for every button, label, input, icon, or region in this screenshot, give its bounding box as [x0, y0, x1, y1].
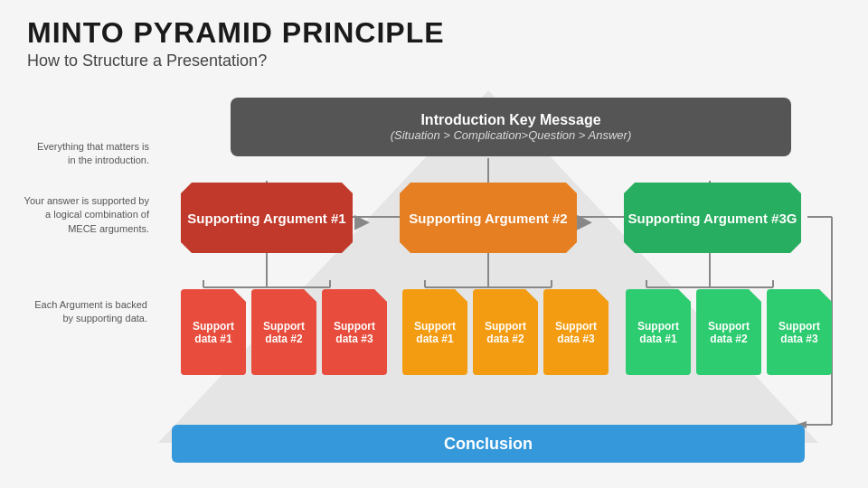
intro-key-message-box: Introduction Key Message (Situation > Co… — [231, 98, 791, 156]
conclusion-bar: Conclusion — [172, 425, 805, 463]
supporting-argument-3: Supporting Argument #3G — [624, 183, 801, 253]
arrow-arg1-arg2: ▶ — [354, 210, 370, 233]
data-orange-2: Support data #2 — [473, 289, 538, 375]
data-red-1: Support data #1 — [181, 289, 246, 375]
data-green-2: Support data #2 — [696, 289, 761, 375]
data-red-3: Support data #3 — [322, 289, 387, 375]
annotation-intro: Everything that matters is in the introd… — [27, 140, 149, 168]
intro-box-subtitle: (Situation > Complication>Question > Ans… — [391, 128, 632, 142]
data-green-1: Support data #1 — [626, 289, 691, 375]
sub-title: How to Structure a Presentation? — [27, 52, 445, 70]
intro-box-title: Introduction Key Message — [420, 112, 600, 128]
arrow-arg2-arg3: ▶ — [577, 210, 592, 233]
supporting-argument-1: Supporting Argument #1 — [181, 183, 353, 253]
slide: MINTO PYRAMID PRINCIPLE How to Structure… — [0, 0, 868, 488]
annotation-argument: Your answer is supported by a logical co… — [18, 194, 149, 236]
data-green-3: Support data #3 — [767, 289, 832, 375]
main-title: MINTO PYRAMID PRINCIPLE — [27, 16, 445, 50]
title-area: MINTO PYRAMID PRINCIPLE How to Structure… — [27, 16, 445, 70]
data-orange-3: Support data #3 — [543, 289, 609, 375]
annotation-data: Each Argument is backed by supporting da… — [25, 298, 147, 326]
supporting-argument-2: Supporting Argument #2 — [400, 183, 577, 253]
data-orange-1: Support data #1 — [402, 289, 467, 375]
data-red-2: Support data #2 — [251, 289, 316, 375]
